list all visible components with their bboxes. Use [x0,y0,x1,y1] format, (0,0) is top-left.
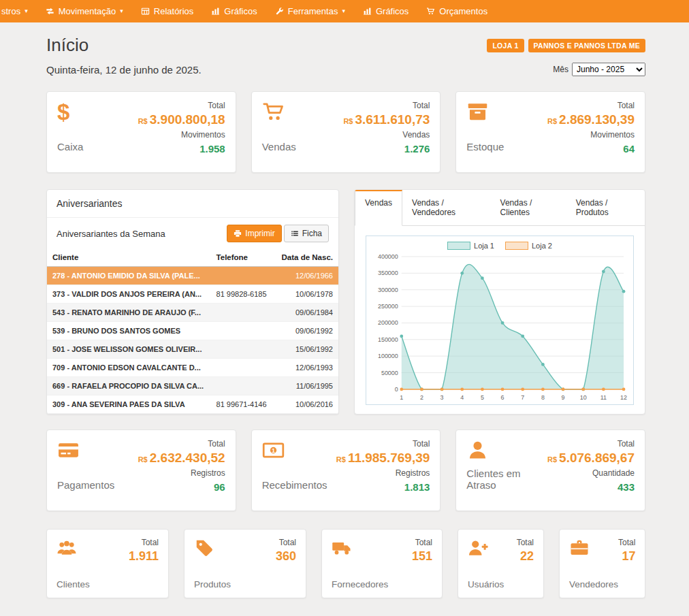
nascimento-cell: 15/06/1992 [276,340,338,359]
fornecedores-name: Fornecedores [332,579,388,589]
header-badges: LOJA 1 PANNOS E PANNOS LTDA ME [487,39,645,52]
sales-chart: Loja 1 Loja 2 05000010000015000020000025… [366,236,634,405]
fornecedores-left: Fornecedores [332,538,388,589]
birthday-row[interactable]: 373 - VALDIR DOS ANJOS PEREIRA (AN...81 … [47,285,338,304]
cliente-cell: 278 - ANTONIO EMIDIO DA SILVA (PALE... [47,267,211,285]
estoque-card: Estoque Total R$2.869.130,39 Movimentos … [455,91,645,173]
cliente-cell: 709 - ANTONIO EDSON CAVALCANTE D... [47,359,211,377]
print-button[interactable]: Imprimir [227,225,281,242]
caixa-card: $ Caixa Total R$3.900.800,18 Movimentos … [46,91,236,173]
nav-item-ferramentas[interactable]: Ferramentas ▾ [266,0,354,22]
produtos-card: Produtos Total 360 [184,529,306,598]
mini-cards-row: Clientes Total 1.911 Produtos Total 360 … [46,529,645,598]
svg-text:11: 11 [600,394,607,401]
caret-down-icon: ▾ [25,8,28,14]
nav-item-movimentacao[interactable]: Movimentação ▾ [37,0,132,22]
month-label: Mês [553,65,568,74]
birthdays-subtitle: Aniversariantes da Semana [57,229,165,239]
svg-text:2: 2 [420,394,423,401]
nav-item-graficos-2[interactable]: Gráficos [354,0,417,22]
birthdays-title: Aniversariantes [47,190,338,218]
vendas-total-value: 3.611.610,73 [355,112,430,127]
total-label: Total [138,439,225,449]
nav-item-relatorios[interactable]: Relatórios [132,0,203,22]
svg-text:0: 0 [395,386,398,393]
telefone-cell [211,267,276,285]
nav-label-orcamentos: Orçamentos [439,6,487,16]
clientes-card: Clientes Total 1.911 [46,529,169,598]
truck-icon [332,538,352,558]
nascimento-cell: 12/06/1966 [276,267,338,285]
total-label: Total [547,101,635,110]
col-cliente: Cliente [47,248,211,267]
nav-label-cadastros: stros [1,6,20,16]
top-navbar: stros ▾ Movimentação ▾ Relatórios Gráfic… [0,0,689,22]
birthday-row[interactable]: 669 - RAFAELA PROCOPIO DA SILVA CA...11/… [47,377,338,395]
telefone-cell [211,377,276,395]
vendas-values: Total R$3.611.610,73 Vendas 1.276 [343,101,430,163]
clientes-left: Clientes [57,538,90,589]
svg-text:50000: 50000 [381,370,398,376]
nascimento-cell: 10/06/2016 [276,395,338,414]
tab-vendas-clientes[interactable]: Vendas / Clientes [491,190,566,225]
birthdays-header-row: Cliente Telefone Data de Nasc. [47,248,338,267]
svg-text:200000: 200000 [378,319,398,326]
svg-text:12: 12 [620,394,627,401]
telefone-cell: 81 99828-6185 [211,285,276,304]
pagamentos-count-value: 96 [138,481,225,493]
tab-vendas-produtos[interactable]: Vendas / Produtos [566,190,645,225]
birthdays-table: Cliente Telefone Data de Nasc. 278 - ANT… [47,248,338,414]
middle-row: Aniversariantes Aniversariantes da Seman… [46,189,645,415]
svg-text:250000: 250000 [378,303,398,310]
caixa-left: $ Caixa [57,101,83,163]
loja1-label: Loja 1 [474,242,494,250]
usuarios-left: Usuários [468,538,504,589]
header-row: Início LOJA 1 PANNOS E PANNOS LTDA ME [46,35,645,56]
vendedores-name: Vendedores [569,579,618,589]
birthday-row[interactable]: 501 - JOSE WELISSON GOMES OLIVEIR...15/0… [47,340,338,359]
produtos-total-value: 360 [276,549,296,564]
nav-item-cadastros[interactable]: stros ▾ [0,0,37,22]
cart-icon [262,101,285,123]
birthday-row-selected[interactable]: 278 - ANTONIO EMIDIO DA SILVA (PALE...12… [47,267,338,285]
nav-label-graficos-1: Gráficos [224,6,257,16]
nav-item-orcamentos[interactable]: Orçamentos [417,0,496,22]
nascimento-cell: 10/06/1978 [276,285,338,304]
ficha-button[interactable]: Ficha [284,225,329,242]
produtos-name: Produtos [194,579,231,589]
nav-item-graficos-1[interactable]: Gráficos [202,0,266,22]
caixa-count-value: 1.958 [138,143,225,155]
recebimentos-left: 1 Recebimentos [262,439,327,502]
birthday-row[interactable]: 309 - ANA SEVERINA PAES DA SILVA81 99671… [47,395,338,414]
chart-wrap: Loja 1 Loja 2 05000010000015000020000025… [355,226,645,412]
month-select[interactable]: Junho - 2025 [572,63,645,76]
clientes-atraso-total: R$5.076.869,67 [547,451,635,466]
list-icon [291,229,299,238]
tab-vendas-vendedores[interactable]: Vendas / Vendedores [402,190,491,225]
total-label: Total [276,538,296,547]
clientes-atraso-left: Clientes em Atraso [466,439,547,502]
birthday-row[interactable]: 539 - BRUNO DOS SANTOS GOMES09/06/1992 [47,322,338,340]
caixa-values: Total R$3.900.800,18 Movimentos 1.958 [138,101,225,163]
recebimentos-name: Recebimentos [262,479,327,491]
caixa-name: Caixa [57,141,83,152]
clientes-atraso-count-value: 433 [547,481,635,493]
recebimentos-card: 1 Recebimentos Total R$11.985.769,39 Reg… [251,429,441,511]
pagamentos-values: Total R$2.632.430,52 Registros 96 [138,439,225,502]
nascimento-cell: 09/06/1984 [276,304,338,322]
cliente-cell: 373 - VALDIR DOS ANJOS PEREIRA (AN... [47,285,211,304]
currency-label: R$ [547,455,557,464]
svg-text:3: 3 [440,394,444,401]
vendas-name: Vendas [262,141,296,152]
fornecedores-values: Total 151 [412,538,432,589]
caixa-count-label: Movimentos [138,130,225,140]
birthday-row[interactable]: 543 - RENATO MARINHO DE ARAUJO (F...09/0… [47,304,338,322]
svg-text:8: 8 [541,394,545,401]
loja2-label: Loja 2 [532,242,552,250]
birthday-row[interactable]: 709 - ANTONIO EDSON CAVALCANTE D...12/06… [47,359,338,377]
wrench-icon [275,7,284,16]
tab-vendas[interactable]: Vendas [355,190,402,226]
usuarios-card: Usuários Total 22 [458,529,544,598]
telefone-cell [211,340,276,359]
estoque-count-label: Movimentos [547,130,635,140]
